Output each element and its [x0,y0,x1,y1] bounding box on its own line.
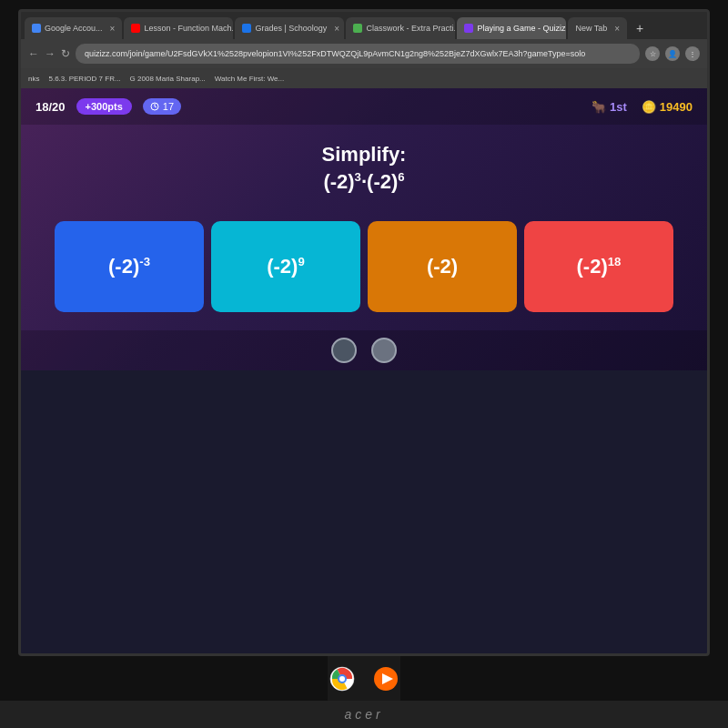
question-prompt: Simplify: [322,143,407,167]
tab-favicon-classwork [353,24,362,33]
laptop-frame: Google Accou... × Lesson - Function Mach… [0,0,728,728]
tab-label-google: Google Accou... [45,24,103,33]
reload-button[interactable]: ↻ [61,47,70,60]
brand-logo: acer [344,707,383,722]
play-taskbar-icon[interactable] [371,664,400,693]
new-tab-button[interactable]: + [629,17,651,39]
tab-close-schoology[interactable]: × [334,24,339,34]
rank-label: 1st [610,100,627,114]
address-text: quizizz.com/join/game/U2FsdGVkX1%2528pve… [85,49,585,58]
taskbar [328,656,400,701]
question-expression: (-2)3·(-2)6 [322,170,407,194]
score-badge: 🪙 19490 [642,100,693,114]
tab-quizizz[interactable]: Playing a Game - Quiziz... × [457,17,566,39]
tab-favicon-google [32,24,41,33]
hud-bar: 18/20 +300pts 17 🐂 1st [21,88,707,125]
tab-favicon-lesson [131,24,140,33]
quizizz-page: 18/20 +300pts 17 🐂 1st [21,88,707,370]
hud-left: 18/20 +300pts 17 [35,98,181,115]
timer-badge: 17 [143,98,181,115]
chrome-taskbar-icon[interactable] [328,664,357,693]
timer-icon [150,102,159,111]
address-input[interactable]: quizizz.com/join/game/U2FsdGVkX1%2528pve… [76,44,640,64]
tab-classwork[interactable]: Classwork - Extra Practi... × [346,17,455,39]
answer-text-3: (-2) [427,255,458,278]
rank-icon: 🐂 [592,100,606,114]
laptop-bottom: acer [0,701,728,728]
tab-google[interactable]: Google Accou... × [25,17,122,39]
answer-card-3[interactable]: (-2) [368,221,517,312]
answers-grid: (-2)-3 (-2)9 (-2) (-2)18 [46,221,682,312]
profile-icon[interactable]: 👤 [665,46,680,61]
score-value: 19490 [660,100,693,114]
answer-card-2[interactable]: (-2)9 [211,221,360,312]
question-text: Simplify: (-2)3·(-2)6 [322,143,407,194]
tab-label-schoology: Grades | Schoology [255,24,327,33]
bottom-bar [21,330,707,370]
tab-newtab[interactable]: New Tab × [568,17,627,39]
back-button[interactable]: ← [28,47,39,60]
rank-badge: 🐂 1st [592,100,627,114]
bookmark-watch[interactable]: Watch Me First: We... [215,75,284,83]
answer-text-4: (-2)18 [577,255,622,278]
coin-icon: 🪙 [642,100,656,114]
tab-favicon-quizizz [464,24,473,33]
tab-favicon-schoology [242,24,251,33]
tab-lesson[interactable]: Lesson - Function Mach... × [124,17,233,39]
answer-text-2: (-2)9 [267,255,305,278]
star-icon[interactable]: ☆ [645,46,660,61]
avatar [331,338,357,363]
tab-label-newtab: New Tab [575,24,607,33]
bookmark-nks[interactable]: nks [28,75,39,83]
hud-right: 🐂 1st 🪙 19490 [592,100,693,114]
avatar-2 [371,338,397,363]
tab-schoology[interactable]: Grades | Schoology × [235,17,344,39]
tab-label-quizizz: Playing a Game - Quiziz... [477,24,566,33]
tab-label-classwork: Classwork - Extra Practi... [366,24,455,33]
svg-point-5 [339,676,345,682]
forward-button[interactable]: → [45,47,56,60]
bookmarks-bar: nks 5.6.3. PERIOD 7 FR... G 2008 Maria S… [21,68,707,88]
question-area: Simplify: (-2)3·(-2)6 (-2)-3 (-2)9 (-2) [21,125,707,330]
tab-label-lesson: Lesson - Function Mach... [144,24,233,33]
question-counter: 18/20 [35,100,66,114]
answer-text-1: (-2)-3 [108,255,150,278]
timer-value: 17 [163,101,174,112]
address-bar: ← → ↻ quizizz.com/join/game/U2FsdGVkX1%2… [21,39,707,68]
screen: Google Accou... × Lesson - Function Mach… [18,9,710,656]
browser-chrome: Google Accou... × Lesson - Function Mach… [21,12,707,88]
tab-close-google[interactable]: × [110,24,116,34]
bookmark-period[interactable]: 5.6.3. PERIOD 7 FR... [48,75,120,83]
tab-bar: Google Accou... × Lesson - Function Mach… [21,12,707,39]
browser-icons: ☆ 👤 ⋮ [645,46,700,61]
answer-card-4[interactable]: (-2)18 [524,221,673,312]
menu-icon[interactable]: ⋮ [685,46,700,61]
answer-card-1[interactable]: (-2)-3 [55,221,204,312]
tab-close-newtab[interactable]: × [614,24,620,34]
points-badge: +300pts [76,98,132,115]
bookmark-sharap[interactable]: G 2008 Maria Sharap... [130,75,206,83]
svg-line-2 [155,106,157,107]
